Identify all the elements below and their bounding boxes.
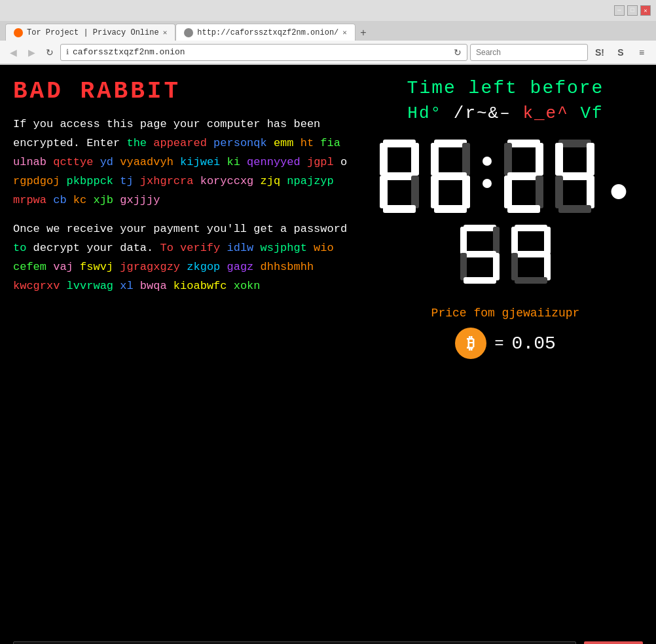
tab-tor[interactable]: Tor Project | Privacy Online ✕ [5, 24, 175, 41]
svg-rect-31 [464, 251, 496, 257]
maximize-button[interactable]: □ [627, 5, 638, 16]
svg-rect-26 [587, 176, 594, 208]
new-tab-button[interactable]: + [355, 25, 371, 41]
svg-rect-17 [507, 172, 540, 180]
tab-bar: Tor Project | Privacy Online ✕ http://ca… [0, 21, 656, 41]
svg-rect-19 [536, 176, 543, 208]
input-section: ✓ [0, 641, 656, 644]
nav-extras: S! S ≡ [591, 44, 651, 61]
svg-rect-1 [380, 143, 388, 176]
tab-onion-label: http://caforssztxqzf2nm.onion/ [197, 28, 338, 37]
address-text: caforssztxqzf2nm.onion [73, 47, 450, 57]
svg-rect-10 [434, 172, 467, 180]
svg-rect-35 [515, 225, 547, 231]
svg-rect-28 [464, 225, 496, 231]
address-bar[interactable]: ℹ caforssztxqzf2nm.onion ↻ [60, 44, 467, 61]
svg-rect-23 [587, 143, 594, 176]
svg-rect-40 [544, 253, 551, 280]
title-bar: — □ ✕ [0, 0, 656, 21]
svg-rect-27 [558, 205, 591, 213]
sync-button[interactable]: S! [591, 44, 609, 61]
svg-rect-4 [380, 176, 388, 208]
reload-icon[interactable]: ↻ [454, 47, 462, 58]
tab-tor-close[interactable]: ✕ [163, 28, 168, 37]
svg-rect-32 [460, 253, 467, 280]
key-input[interactable] [13, 641, 576, 644]
svg-rect-14 [507, 140, 540, 147]
hour-tens-digit [376, 136, 422, 215]
page-title: BAD RABBIT [13, 78, 355, 105]
svg-rect-11 [431, 176, 439, 208]
svg-rect-6 [383, 205, 416, 213]
nav-bar: ◀ ▶ ↻ ℹ caforssztxqzf2nm.onion ↻ S! S ≡ [0, 41, 656, 64]
svg-rect-33 [493, 253, 500, 280]
svg-rect-30 [493, 227, 500, 254]
svg-rect-41 [515, 277, 547, 284]
submit-button[interactable]: ✓ [584, 641, 643, 644]
svg-rect-21 [558, 140, 591, 147]
svg-rect-0 [383, 140, 416, 147]
svg-rect-24 [558, 172, 591, 180]
dot-separator: • [603, 169, 634, 221]
paragraph2: Once we receive your payment you'll get … [13, 220, 355, 296]
svg-rect-9 [462, 143, 470, 176]
seconds-display [457, 221, 554, 287]
colon-separator [483, 157, 492, 195]
page-content: BAD RABBIT If you access this page your … [0, 65, 656, 641]
menu-button[interactable]: ≡ [632, 44, 651, 61]
skype-button[interactable]: S [611, 44, 630, 61]
price-equals: = [494, 335, 503, 352]
tab-onion-close[interactable]: ✕ [342, 28, 347, 37]
svg-rect-12 [462, 176, 470, 208]
price-label: Price fom gjewaiizupr [431, 307, 580, 320]
svg-rect-34 [464, 277, 496, 284]
price-row: ₿ = 0.05 [455, 328, 556, 359]
svg-rect-20 [507, 205, 540, 213]
window-controls: — □ ✕ [614, 5, 651, 16]
svg-rect-22 [555, 143, 563, 176]
svg-rect-36 [511, 227, 518, 254]
svg-rect-18 [504, 176, 512, 208]
svg-rect-3 [383, 172, 416, 180]
svg-rect-15 [504, 143, 512, 176]
browser-chrome: — □ ✕ Tor Project | Privacy Online ✕ htt… [0, 0, 656, 65]
search-input[interactable] [470, 44, 588, 61]
svg-rect-7 [434, 140, 467, 147]
timer-subtitle: Hd° /r~&– k_e^ Vf [407, 104, 603, 123]
paragraph1: If you access this page your computer ha… [13, 115, 355, 210]
svg-rect-2 [411, 143, 419, 176]
left-panel: BAD RABBIT If you access this page your … [13, 78, 368, 628]
minute-tens-digit [501, 136, 547, 215]
minimize-button[interactable]: — [614, 5, 625, 16]
svg-rect-39 [511, 253, 518, 280]
tab-onion[interactable]: http://caforssztxqzf2nm.onion/ ✕ [175, 24, 355, 41]
hour-ones-digit [428, 136, 473, 215]
tab-tor-label: Tor Project | Privacy Online [27, 28, 159, 37]
svg-rect-5 [411, 176, 419, 208]
svg-rect-16 [536, 143, 543, 176]
close-button[interactable]: ✕ [640, 5, 651, 16]
onion-icon [184, 28, 193, 37]
hours-minutes-display: • [376, 136, 634, 215]
bitcoin-icon: ₿ [455, 328, 486, 359]
second-tens-digit [457, 221, 503, 287]
back-button[interactable]: ◀ [5, 45, 21, 60]
svg-rect-29 [460, 227, 467, 254]
minute-ones-digit [552, 136, 598, 215]
refresh-button[interactable]: ↻ [42, 45, 58, 60]
svg-rect-25 [555, 176, 563, 208]
right-panel: Time left before Hd° /r~&– k_e^ Vf [368, 78, 643, 628]
svg-rect-8 [431, 143, 439, 176]
lock-icon: ℹ [66, 48, 69, 56]
forward-button[interactable]: ▶ [24, 45, 39, 60]
tor-icon [14, 28, 23, 37]
svg-rect-38 [515, 251, 547, 257]
price-value: 0.05 [512, 333, 556, 354]
svg-rect-37 [544, 227, 551, 254]
timer-title: Time left before [407, 78, 604, 98]
second-ones-digit [508, 221, 554, 287]
svg-rect-13 [434, 205, 467, 213]
